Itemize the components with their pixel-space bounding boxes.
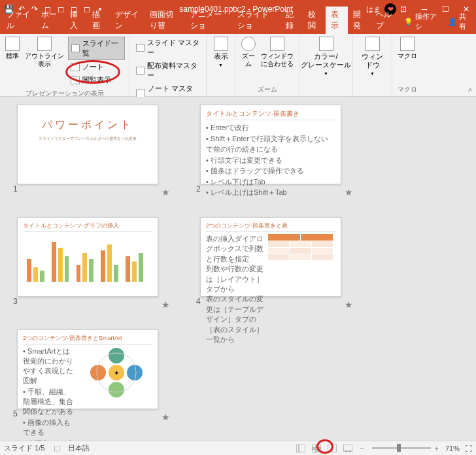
group-zoom: ズーム ウィンドウ に合わせる ズーム <box>235 34 299 96</box>
zoom-in-icon[interactable]: + <box>435 445 439 452</box>
slide-counter[interactable]: スライド 1/5 <box>4 443 44 453</box>
share-button[interactable]: 👤共有 <box>443 9 475 34</box>
group-label <box>325 86 327 95</box>
zoom-out-icon[interactable]: − <box>360 445 364 452</box>
slide-master-button[interactable]: スライド マスター <box>133 37 202 59</box>
animation-star-icon: ★ <box>345 187 353 197</box>
slide-number: 1 <box>13 184 18 194</box>
group-color: カラー/ グレースケール ▼ <box>299 34 353 96</box>
slide-number: 3 <box>13 297 18 306</box>
tab-8[interactable]: 記録 <box>280 7 303 34</box>
language-indicator[interactable]: 日本語 <box>68 443 90 453</box>
group-label: マクロ <box>398 84 417 95</box>
handout-master-button[interactable]: 配布資料マスター <box>133 59 202 82</box>
tab-1[interactable]: ホーム <box>36 7 65 34</box>
animation-star-icon: ★ <box>162 412 170 422</box>
animation-star-icon: ★ <box>162 187 170 197</box>
fit-window-button[interactable]: ウィンドウ に合わせる <box>258 35 296 69</box>
show-button[interactable]: 表示▼ <box>211 35 231 70</box>
animation-star-icon: ★ <box>162 299 170 310</box>
slide-number: 2 <box>196 184 201 194</box>
window-button[interactable]: ウィンドウ▼ <box>356 35 389 78</box>
tab-3[interactable]: 描画 <box>87 7 110 34</box>
group-master-views: スライド マスター 配布資料マスター ノート マスター マスター表示 <box>129 34 207 96</box>
group-label <box>371 86 373 95</box>
slide-thumb-2[interactable]: タイトルとコンテンツ-箇条書きEnterで改行Shift＋Enterで行頭文字を… <box>196 105 366 197</box>
slide-sorter-button[interactable]: スライド一覧 <box>68 37 125 60</box>
zoom-level[interactable]: 71% <box>445 445 460 452</box>
svg-rect-5 <box>312 449 316 452</box>
svg-rect-6 <box>317 449 321 452</box>
tab-10[interactable]: 表示 <box>326 7 348 34</box>
zoom-button[interactable]: ズーム <box>238 35 258 69</box>
tab-12[interactable]: ヘルプ <box>371 7 400 34</box>
outline-view-button[interactable]: アウトライン 表示 <box>22 35 67 69</box>
slide-number: 5 <box>13 409 18 418</box>
color-grayscale-button[interactable]: カラー/ グレースケール ▼ <box>298 35 354 78</box>
svg-point-0 <box>97 353 136 392</box>
spell-check-icon[interactable]: ⬚ <box>54 444 60 452</box>
slide-thumb-1[interactable]: パワーポイントスライドマスターでプレースホルダーの書式を一括変更 1★ <box>13 105 183 197</box>
ribbon-tabs: ファイルホーム挿入描画デザイン画面切り替アニメーショスライド ショ記録校閲表示開… <box>0 18 476 34</box>
group-label: ズーム <box>258 84 277 95</box>
macros-button[interactable]: マクロ <box>395 35 420 61</box>
status-bar: スライド 1/5 ⬚ 日本語 − + 71% ⛶ <box>0 441 476 455</box>
fit-window-icon[interactable]: ⛶ <box>465 445 472 452</box>
tab-9[interactable]: 校閲 <box>303 7 326 34</box>
collapse-ribbon-icon[interactable]: ㅅ <box>467 86 473 95</box>
group-label <box>220 86 222 95</box>
tab-2[interactable]: 挿入 <box>65 7 88 34</box>
normal-view-button[interactable]: 標準 <box>3 35 22 61</box>
group-show: 表示▼ <box>207 34 235 96</box>
tab-0[interactable]: ファイル <box>1 7 36 34</box>
slide-number: 4 <box>196 297 201 306</box>
tab-5[interactable]: 画面切り替 <box>144 7 185 34</box>
normal-view-icon[interactable] <box>294 443 308 454</box>
reading-view-icon[interactable] <box>325 443 339 454</box>
group-presentation-views: 標準 アウトライン 表示 スライド一覧 ノート 閲覧表示 プレゼンテーションの表… <box>0 34 129 96</box>
reading-view-button[interactable]: 閲覧表示 <box>68 74 125 86</box>
slide-sorter-area[interactable]: パワーポイントスライドマスターでプレースホルダーの書式を一括変更 1★ タイトル… <box>0 97 476 441</box>
tab-11[interactable]: 開発 <box>348 7 371 34</box>
svg-rect-4 <box>317 445 321 448</box>
slide-thumb-5[interactable]: 2つのコンテンツ-箇条書きとSmartArt SmartArtとは視覚的にわかり… <box>13 329 183 422</box>
zoom-slider[interactable] <box>372 447 431 449</box>
svg-rect-9 <box>343 445 352 451</box>
tab-6[interactable]: アニメーショ <box>185 7 232 34</box>
svg-rect-3 <box>312 445 316 448</box>
animation-star-icon: ★ <box>345 299 353 310</box>
tab-7[interactable]: スライド ショ <box>232 7 280 34</box>
tell-me-button[interactable]: 💡操作アシ <box>399 9 443 34</box>
svg-rect-1 <box>296 445 305 452</box>
slideshow-icon[interactable] <box>341 443 355 454</box>
tab-4[interactable]: デザイン <box>110 7 144 34</box>
notes-page-button[interactable]: ノート <box>68 61 125 73</box>
slide-thumb-3[interactable]: タイトルとコンテンツ-グラフの挿入 3★ <box>13 217 183 310</box>
group-macros: マクロ マクロ <box>392 34 422 96</box>
sorter-view-icon[interactable] <box>309 443 324 454</box>
group-window: ウィンドウ▼ <box>353 34 392 96</box>
slide-thumb-4[interactable]: 2つのコンテンツ-箇条書きと表 表の挿入ダイアログボックスで列数と行数を指定列数… <box>196 217 366 310</box>
ribbon: 標準 アウトライン 表示 スライド一覧 ノート 閲覧表示 プレゼンテーションの表… <box>0 34 476 97</box>
